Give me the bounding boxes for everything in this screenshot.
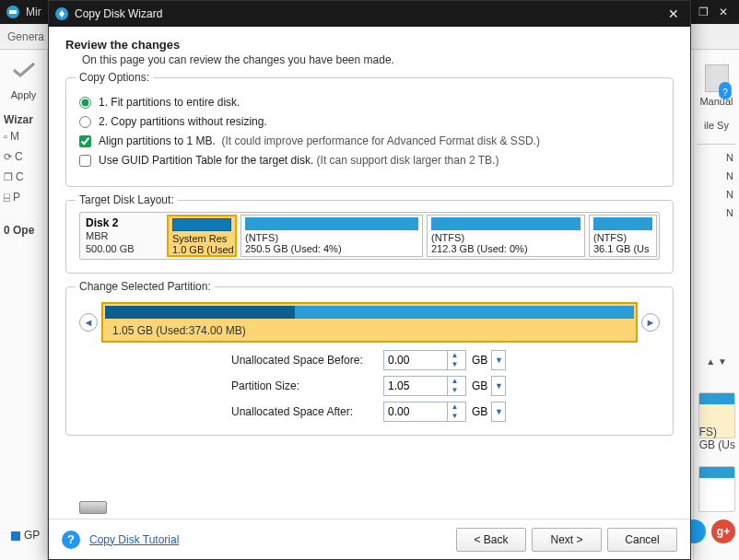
col-initial-1: N	[694, 170, 739, 181]
partition-size-input[interactable]: ▲▼	[383, 376, 466, 396]
svg-rect-1	[9, 10, 17, 14]
guid-checkbox[interactable]	[79, 155, 91, 167]
spin-up-icon[interactable]: ▲	[448, 402, 462, 412]
partition-2[interactable]: (NTFS)212.3 GB (Used: 0%)	[427, 215, 585, 257]
change-partition-legend: Change Selected Partition:	[76, 280, 215, 293]
dialog-titlebar: Copy Disk Wizard ✕	[49, 1, 690, 27]
page-title: Review the changes	[65, 38, 674, 52]
disk-size: 500.00 GB	[86, 243, 135, 256]
tutorial-link[interactable]: Copy Disk Tutorial	[89, 533, 451, 546]
col-initial-2: N	[694, 189, 739, 200]
col-initial-0: N	[694, 152, 739, 163]
disk-row: Disk 2 MBR 500.00 GB System Res1.0 GB (U…	[79, 212, 660, 260]
fs-preview-label: FS)GB (Us	[699, 426, 735, 451]
filesys-col-header: ile Sy	[694, 120, 739, 131]
partition-3[interactable]: (NTFS)36.1 GB (Us	[589, 215, 657, 257]
partition-preview-2[interactable]	[698, 466, 735, 512]
grow-right-button[interactable]: ►	[641, 313, 660, 332]
partition-slider[interactable]: 1.05 GB (Used:374.00 MB)	[101, 302, 638, 343]
tab-general[interactable]: Genera	[7, 30, 44, 43]
target-disk-legend: Target Disk Layout:	[76, 193, 178, 206]
back-button[interactable]: < Back	[456, 528, 526, 552]
copy-disk-wizard-dialog: Copy Disk Wizard ✕ Review the changes On…	[48, 0, 691, 560]
dialog-footer: ? Copy Disk Tutorial < Back Next > Cance…	[49, 519, 690, 559]
apply-label[interactable]: Apply	[0, 89, 47, 100]
partition-slider-caption: 1.05 GB (Used:374.00 MB)	[112, 324, 246, 337]
next-button[interactable]: Next >	[532, 528, 602, 552]
unit-label: GB	[472, 379, 487, 392]
change-selected-partition-group: Change Selected Partition: ◄ 1.05 GB (Us…	[65, 286, 674, 436]
align-1mb-checkbox[interactable]	[79, 135, 91, 147]
partition-size-label: Partition Size:	[231, 379, 383, 392]
ops-count: 0 Ope	[0, 224, 47, 237]
dialog-title: Copy Disk Wizard	[75, 7, 663, 20]
guid-label: Use GUID Partition Table for the target …	[99, 154, 313, 167]
unit-dropdown[interactable]: ▼	[491, 402, 506, 422]
cancel-button[interactable]: Cancel	[607, 528, 677, 552]
parent-maximize-button[interactable]: ❐	[693, 6, 713, 18]
disk-scheme: MBR	[86, 230, 135, 243]
spin-down-icon[interactable]: ▼	[448, 360, 462, 369]
help-badge-icon: ?	[719, 87, 732, 99]
copy-options-legend: Copy Options:	[76, 71, 153, 84]
copy-without-resize-radio[interactable]	[79, 116, 91, 128]
disk-name: Disk 2	[86, 216, 135, 230]
unit-label: GB	[472, 405, 487, 418]
sidebar-item-2[interactable]: ❐ C	[0, 167, 47, 187]
gpt-legend: GP	[11, 529, 40, 542]
guid-hint: (It can support disk larger than 2 TB.)	[317, 154, 499, 167]
unalloc-after-input[interactable]: ▲▼	[383, 402, 466, 422]
wizard-icon	[54, 6, 69, 21]
copy-options-group: Copy Options: 1. Fit partitions to entir…	[65, 77, 674, 187]
googleplus-icon[interactable]: g+	[711, 519, 735, 543]
manual-label: Manual	[694, 96, 739, 107]
unalloc-after-label: Unallocated Space After:	[231, 405, 383, 418]
chevron-down-icon[interactable]: ▲ ▼	[694, 356, 739, 367]
unit-dropdown[interactable]: ▼	[491, 350, 506, 370]
shrink-left-button[interactable]: ◄	[79, 313, 98, 332]
unalloc-before-label: Unallocated Space Before:	[231, 354, 383, 367]
app-icon	[6, 5, 20, 19]
unit-dropdown[interactable]: ▼	[491, 376, 506, 396]
copy-without-resize-label: 2. Copy partitions without resizing.	[99, 115, 267, 128]
partition-0[interactable]: System Res1.0 GB (Used	[167, 215, 237, 257]
spin-down-icon[interactable]: ▼	[448, 386, 462, 395]
spin-up-icon[interactable]: ▲	[448, 377, 462, 386]
disk-info: Disk 2 MBR 500.00 GB	[80, 213, 165, 259]
wizards-header: Wizar	[0, 113, 47, 126]
partition-1[interactable]: (NTFS)250.5 GB (Used: 4%)	[240, 215, 423, 257]
dialog-close-button[interactable]: ✕	[663, 6, 685, 21]
apply-check-icon	[11, 61, 37, 79]
left-sidebar: Apply Wizar ▫ M ⟳ C ❐ C ⌸ P 0 Ope	[0, 50, 48, 560]
unit-label: GB	[472, 354, 487, 367]
page-subtitle: On this page you can review the changes …	[82, 53, 674, 66]
target-disk-layout-group: Target Disk Layout: Disk 2 MBR 500.00 GB…	[65, 200, 674, 274]
align-1mb-label: Align partitions to 1 MB.	[99, 134, 216, 147]
parent-close-button[interactable]: ✕	[713, 6, 733, 18]
spin-down-icon[interactable]: ▼	[448, 412, 462, 421]
col-initial-3: N	[694, 207, 739, 218]
sidebar-item-3[interactable]: ⌸ P	[0, 187, 47, 207]
sidebar-item-1[interactable]: ⟳ C	[0, 146, 47, 167]
unalloc-before-input[interactable]: ▲▼	[383, 350, 466, 370]
fit-partitions-radio[interactable]	[79, 97, 91, 109]
spin-up-icon[interactable]: ▲	[448, 351, 462, 360]
align-1mb-hint: (It could improve performance for Advanc…	[221, 134, 539, 147]
sidebar-item-0[interactable]: ▫ M	[0, 126, 47, 146]
hdd-icon	[79, 501, 107, 514]
help-icon[interactable]: ?	[62, 531, 80, 549]
fit-partitions-label: 1. Fit partitions to entire disk.	[99, 96, 240, 109]
